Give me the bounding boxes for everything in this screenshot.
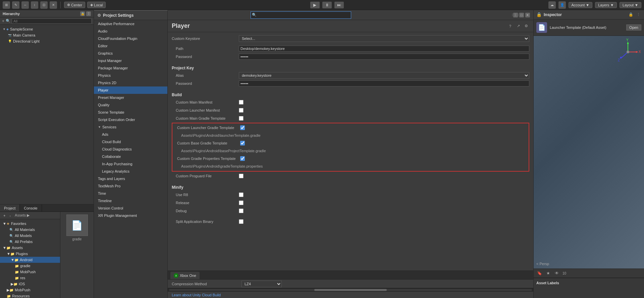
toolbar-icon-3[interactable]: ↔ — [21, 1, 29, 9]
debug-checkbox[interactable] — [239, 208, 244, 213]
keystore-password-input[interactable] — [239, 54, 529, 60]
compression-select[interactable]: LZ4 — [241, 281, 282, 287]
collab-icon[interactable]: 👤 — [558, 1, 566, 9]
custom-proguard-checkbox[interactable] — [239, 174, 244, 178]
hierarchy-light[interactable]: 💡 Directional Light — [0, 38, 94, 44]
inspector-lock-btn[interactable]: 🔒 — [628, 12, 634, 18]
custom-launcher-gradle-checkbox[interactable] — [240, 125, 245, 130]
hierarchy-search-input[interactable] — [12, 18, 92, 24]
split-binary-checkbox[interactable] — [239, 219, 244, 224]
ps-textmesh-pro[interactable]: TextMesh Pro — [94, 182, 167, 190]
ps-script-execution[interactable]: Script Execution Order — [94, 116, 167, 123]
ps-services[interactable]: ▼ Services — [94, 123, 167, 131]
center-button[interactable]: ⊕ Center — [64, 2, 85, 8]
h-scrollbar[interactable] — [168, 288, 533, 291]
toolbar-icon-6[interactable]: ✕ — [50, 1, 57, 9]
ps-package-manager[interactable]: Package Manager — [94, 64, 167, 72]
assets-minus-btn[interactable]: - — [8, 214, 12, 218]
ps-physics2d[interactable]: Physics 2D — [94, 79, 167, 86]
ps-tags-layers[interactable]: Tags and Layers — [94, 175, 167, 182]
content-more-btn[interactable]: ⋮⋮⋮ — [513, 13, 518, 17]
eye-icon[interactable]: 👁 — [554, 270, 560, 276]
asset-favorites[interactable]: ▼ ★ Favorites — [0, 221, 60, 227]
custom-base-gradle-checkbox[interactable] — [240, 141, 245, 145]
asset-res[interactable]: 📁 res — [0, 275, 60, 281]
tab-project[interactable]: Project — [0, 204, 20, 212]
ps-xr-plugin[interactable]: XR Plugin Management — [94, 212, 167, 219]
toolbar-icon-1[interactable]: ⊞ — [3, 1, 10, 9]
open-button[interactable]: Open — [626, 24, 641, 31]
layers-button[interactable]: Layers ▼ — [595, 2, 617, 8]
toolbar-icon-5[interactable]: ⊡ — [40, 1, 48, 9]
inspector-lock-icon[interactable]: 🔒 — [536, 12, 542, 17]
asset-resources[interactable]: 📁 Resources — [0, 293, 60, 298]
h-scrollbar-thumb[interactable] — [314, 289, 387, 291]
player-search-input[interactable] — [251, 11, 351, 19]
asset-ios[interactable]: ▶ 📁 iOS — [0, 281, 60, 287]
asset-all-materials[interactable]: 🔍 All Materials — [0, 227, 60, 233]
custom-main-gradle-checkbox[interactable] — [239, 116, 244, 121]
ps-audio[interactable]: Audio — [94, 27, 167, 35]
ps-quality[interactable]: Quality — [94, 101, 167, 109]
star-icon[interactable]: ★ — [545, 270, 551, 276]
alias-select[interactable]: demokey.keystore — [239, 72, 529, 79]
custom-launcher-manifest-checkbox[interactable] — [239, 108, 244, 113]
ps-input-manager[interactable]: Input Manager — [94, 57, 167, 64]
ps-version-control[interactable]: Version Control — [94, 204, 167, 212]
play-button[interactable]: ▶ — [310, 2, 320, 8]
account-button[interactable]: Account ▼ — [569, 2, 593, 8]
asset-assets[interactable]: ▼ 📁 Assets — [0, 245, 60, 251]
asset-all-models[interactable]: 🔍 All Models — [0, 233, 60, 239]
pause-button[interactable]: ⏸ — [322, 2, 332, 8]
inspector-more-btn[interactable]: ⋮ — [635, 12, 641, 18]
platform-tab-xbox[interactable]: X Xbox One — [170, 272, 200, 279]
asset-mobpush-android[interactable]: 📁 MobPush — [0, 269, 60, 275]
step-button[interactable]: ⏭ — [334, 2, 344, 8]
custom-main-manifest-checkbox[interactable] — [239, 100, 244, 105]
alias-password-input[interactable] — [239, 80, 529, 86]
asset-gradle[interactable]: 📁 gradle — [0, 263, 60, 269]
ps-physics[interactable]: Physics — [94, 72, 167, 79]
content-close-btn[interactable]: ✕ — [525, 13, 530, 17]
hierarchy-scene[interactable]: ▼ ◈ SampleScene — [0, 26, 94, 32]
cloud-icon[interactable]: ☁ — [548, 1, 556, 9]
ps-preset-manager[interactable]: Preset Manager — [94, 94, 167, 101]
ps-time[interactable]: Time — [94, 190, 167, 197]
path-input[interactable] — [239, 46, 529, 52]
ps-adaptive-performance[interactable]: Adaptive Performance — [94, 20, 167, 27]
ps-editor[interactable]: Editor — [94, 42, 167, 50]
hierarchy-more-btn[interactable]: ⋮ — [86, 11, 91, 16]
hierarchy-camera[interactable]: 📷 Main Camera — [0, 32, 94, 38]
layout-button[interactable]: Layout ▼ — [620, 2, 641, 8]
use-r8-checkbox[interactable] — [239, 192, 244, 197]
ps-player[interactable]: Player — [94, 86, 167, 94]
ps-graphics[interactable]: Graphics — [94, 50, 167, 57]
ps-cloudfoundation[interactable]: CloudFoundation Plugin — [94, 35, 167, 42]
asset-android[interactable]: ▼ 📁 Android — [0, 257, 60, 263]
ps-in-app-purchasing[interactable]: In-App Purchasing — [94, 160, 167, 168]
hierarchy-lock-btn[interactable]: 🔒 — [80, 11, 85, 16]
asset-all-prefabs[interactable]: 🔍 All Prefabs — [0, 239, 60, 245]
tab-console[interactable]: Console — [20, 204, 42, 212]
ps-ads[interactable]: Ads — [94, 131, 167, 138]
content-maximize-btn[interactable]: □ — [519, 13, 524, 17]
player-gear-icon[interactable]: ⚙ — [523, 23, 529, 29]
keystore-select[interactable]: Select... — [239, 35, 529, 42]
local-button[interactable]: ◈ Local — [87, 2, 106, 8]
ps-cloud-diagnostics[interactable]: Cloud Diagnostics — [94, 145, 167, 153]
release-checkbox[interactable] — [239, 200, 244, 205]
ps-scene-template[interactable]: Scene Template — [94, 109, 167, 116]
ps-collaborate[interactable]: Collaborate — [94, 153, 167, 160]
asset-plugins[interactable]: ▼ 📁 Plugins — [0, 251, 60, 257]
ps-cloud-build[interactable]: Cloud Build — [94, 138, 167, 145]
unity-cloud-build-link[interactable]: Learn about Unity Cloud Build — [172, 293, 221, 297]
custom-gradle-props-checkbox[interactable] — [240, 156, 245, 161]
toolbar-icon-2[interactable]: ✎ — [12, 1, 19, 9]
ps-timeline[interactable]: Timeline — [94, 197, 167, 204]
player-external-icon[interactable]: ↗ — [515, 23, 521, 29]
asset-mobpush[interactable]: ▶ 📁 MobPush — [0, 287, 60, 293]
ps-legacy-analytics[interactable]: Legacy Analytics — [94, 168, 167, 175]
bookmark-icon[interactable]: 🔖 — [536, 270, 542, 276]
hierarchy-add-icon[interactable]: + — [2, 19, 4, 23]
assets-add-btn[interactable]: + — [2, 214, 7, 218]
